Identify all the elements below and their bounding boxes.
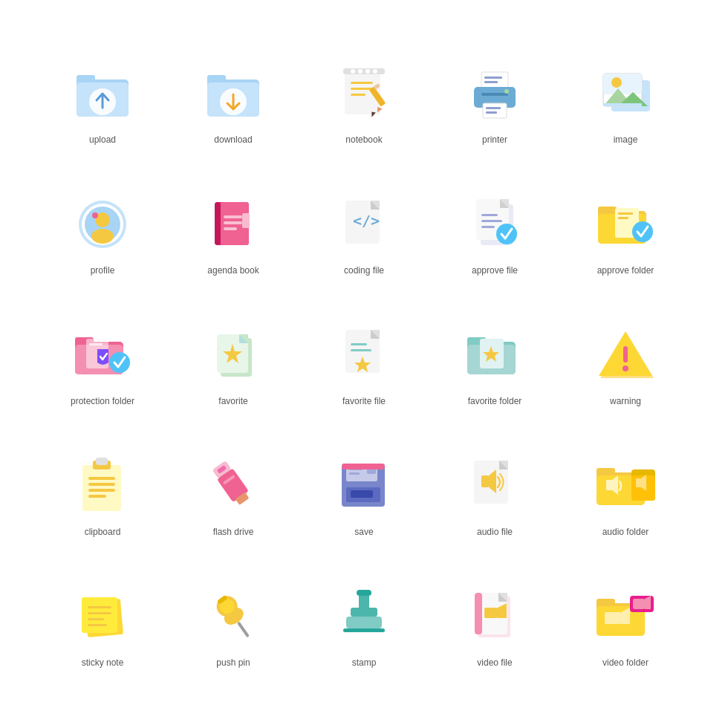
icon-cell-audio-folder[interactable]: audio folder: [560, 429, 691, 560]
svg-rect-11: [343, 68, 385, 74]
svg-rect-158: [605, 612, 621, 624]
svg-rect-28: [483, 103, 507, 118]
svg-rect-62: [481, 220, 502, 222]
sticky-note-label: sticky note: [82, 657, 124, 668]
svg-rect-24: [484, 77, 502, 79]
icon-cell-profile[interactable]: profile: [37, 168, 168, 299]
svg-point-13: [358, 69, 363, 74]
svg-point-77: [109, 352, 130, 373]
svg-point-14: [365, 69, 370, 74]
image-icon: [592, 60, 659, 127]
icon-cell-push-pin[interactable]: push pin: [168, 560, 299, 691]
svg-rect-69: [618, 212, 633, 215]
favorite-file-icon: [331, 322, 397, 389]
svg-rect-29: [486, 107, 501, 109]
svg-rect-18: [351, 94, 365, 96]
audio-folder-icon: [592, 452, 659, 519]
icon-cell-approve-folder[interactable]: approve folder: [560, 168, 691, 299]
icon-cell-save[interactable]: save: [299, 429, 429, 560]
image-label: image: [614, 134, 638, 145]
svg-point-45: [92, 212, 98, 218]
svg-rect-70: [618, 217, 628, 219]
flash-drive-icon: [200, 452, 267, 519]
upload-icon: [69, 60, 136, 127]
icon-cell-agenda-book[interactable]: agenda book: [168, 168, 299, 299]
svg-point-15: [373, 69, 377, 74]
icon-cell-coding-file[interactable]: </> coding file: [299, 168, 429, 299]
warning-label: warning: [610, 396, 641, 406]
icon-cell-notebook[interactable]: notebook: [299, 37, 429, 168]
svg-rect-102: [88, 483, 115, 486]
agenda-book-icon: [200, 191, 267, 258]
svg-rect-27: [481, 93, 508, 96]
svg-rect-114: [351, 490, 373, 498]
push-pin-icon: [200, 583, 267, 650]
svg-rect-134: [88, 606, 111, 608]
icon-cell-approve-file[interactable]: approve file: [429, 168, 560, 299]
push-pin-label: push pin: [216, 657, 250, 668]
icon-cell-favorite-file[interactable]: favorite file: [299, 299, 429, 429]
icon-cell-clipboard[interactable]: clipboard: [37, 429, 168, 560]
icon-cell-video-folder[interactable]: video folder: [560, 560, 691, 691]
svg-rect-98: [82, 465, 121, 511]
icon-cell-printer[interactable]: printer: [429, 37, 560, 168]
warning-icon: [592, 322, 659, 389]
printer-label: printer: [482, 134, 507, 145]
favorite-file-label: favorite file: [342, 396, 386, 406]
audio-file-icon: [461, 452, 528, 519]
svg-rect-76: [89, 343, 103, 345]
icon-cell-favorite[interactable]: favorite: [168, 299, 299, 429]
svg-rect-50: [224, 221, 242, 224]
protection-folder-label: protection folder: [71, 396, 134, 406]
video-file-icon: [461, 583, 528, 650]
agenda-book-label: agenda book: [207, 265, 259, 276]
icon-cell-image[interactable]: image: [560, 37, 691, 168]
save-label: save: [354, 527, 373, 537]
icon-cell-protection-folder[interactable]: protection folder: [37, 299, 168, 429]
icon-cell-upload[interactable]: upload: [37, 37, 168, 168]
icon-cell-sticky-note[interactable]: sticky note: [37, 560, 168, 691]
svg-rect-87: [351, 349, 371, 351]
clipboard-label: clipboard: [85, 527, 121, 537]
svg-rect-147: [343, 628, 385, 632]
svg-rect-117: [342, 464, 385, 469]
icon-cell-warning[interactable]: warning: [560, 299, 691, 429]
svg-rect-161: [633, 599, 645, 609]
svg-rect-146: [346, 617, 382, 628]
svg-rect-63: [481, 226, 495, 228]
notebook-label: notebook: [345, 134, 382, 145]
profile-icon: [69, 191, 136, 258]
svg-point-97: [623, 365, 628, 371]
favorite-label: favorite: [218, 396, 247, 406]
flash-drive-label: flash drive: [213, 527, 254, 537]
svg-point-64: [496, 224, 517, 244]
svg-rect-25: [484, 81, 498, 83]
download-icon: [200, 60, 267, 127]
video-folder-label: video folder: [602, 657, 649, 668]
svg-rect-51: [224, 227, 237, 230]
svg-point-71: [632, 221, 653, 242]
svg-rect-153: [484, 608, 498, 618]
coding-file-icon: </>: [331, 191, 397, 258]
icon-cell-stamp[interactable]: stamp: [299, 560, 429, 691]
svg-rect-100: [96, 458, 108, 465]
icon-cell-video-file[interactable]: video file: [429, 560, 560, 691]
svg-rect-126: [606, 480, 612, 490]
icon-cell-flash-drive[interactable]: flash drive: [168, 429, 299, 560]
favorite-folder-icon: [461, 322, 528, 389]
svg-rect-145: [351, 608, 377, 617]
icon-cell-download[interactable]: download: [168, 37, 299, 168]
video-file-label: video file: [477, 657, 512, 668]
icon-cell-favorite-folder[interactable]: favorite folder: [429, 299, 560, 429]
audio-folder-label: audio folder: [602, 527, 649, 537]
notebook-icon: [331, 60, 397, 127]
svg-point-35: [611, 77, 622, 88]
favorite-folder-label: favorite folder: [468, 396, 522, 406]
coding-file-label: coding file: [344, 265, 384, 276]
svg-rect-144: [357, 590, 371, 596]
profile-label: profile: [91, 265, 115, 276]
icon-cell-audio-file[interactable]: audio file: [429, 429, 560, 560]
svg-rect-133: [82, 597, 117, 633]
sticky-note-icon: [69, 583, 136, 650]
svg-rect-137: [88, 624, 107, 626]
